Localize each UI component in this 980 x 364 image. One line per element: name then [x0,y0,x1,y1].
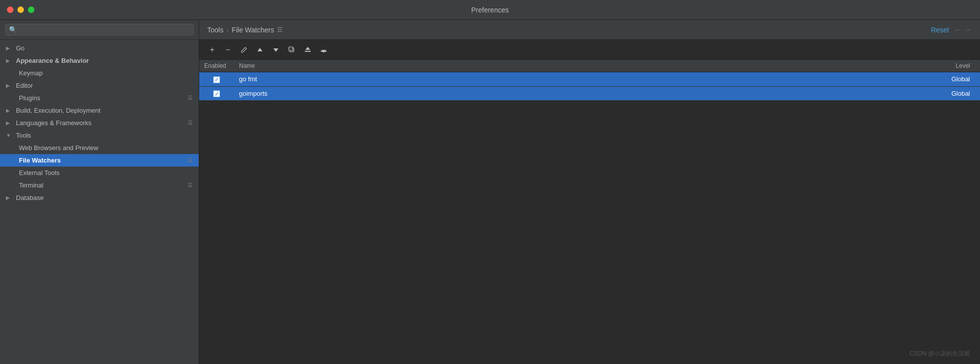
arrow-icon: ▶ [6,195,13,200]
plugins-badge: ☰ [188,95,193,101]
svg-marker-5 [305,47,310,50]
name-cell: goimports [234,86,631,101]
nav-arrows: ← → [954,25,972,34]
minimize-button[interactable] [17,6,24,13]
sidebar-item-languages[interactable]: ▶ Languages & Frameworks ☰ [0,117,199,129]
arrow-icon: ▼ [6,133,13,138]
import-button[interactable] [301,44,315,56]
export-button[interactable] [317,44,331,56]
search-icon: 🔍 [9,26,17,33]
sidebar-item-label: File Watchers [19,157,185,164]
sidebar-item-database[interactable]: ▶ Database [0,191,199,204]
copy-button[interactable] [285,44,299,56]
arrow-icon: ▶ [6,83,13,88]
sidebar-item-tools[interactable]: ▼ Tools [0,129,199,142]
window-controls [7,6,34,13]
sidebar-item-label: Database [16,194,193,201]
watchers-table: Enabled Name Level ✓go fmtGlobal✓goimpor… [199,60,980,101]
sidebar-item-label: Languages & Frameworks [16,119,185,127]
col-enabled: Enabled [199,60,234,72]
edit-button[interactable] [237,44,251,56]
enabled-checkbox[interactable]: ✓ [213,90,220,97]
file-watchers-badge: ☰ [188,157,193,164]
search-input-wrap[interactable]: 🔍 [5,24,194,35]
breadcrumb-part1: Tools [207,26,224,34]
search-input[interactable] [19,26,190,33]
svg-rect-3 [289,47,293,51]
sidebar-item-label: Editor [16,82,193,89]
breadcrumb: Tools › File Watchers ☰ [207,26,283,34]
forward-button[interactable]: → [964,25,972,34]
move-down-button[interactable] [269,44,283,56]
sidebar-item-label: Web Browsers and Preview [19,144,193,152]
col-name: Name [234,60,631,72]
svg-marker-0 [257,48,262,51]
watermark: CSDN @小柒的生活观 [909,350,970,358]
titlebar: Preferences [0,0,980,20]
sidebar: 🔍 ▶ Go ▶ Appearance & Behavior Keymap ▶ [0,20,199,364]
enabled-cell: ✓ [199,86,234,101]
sidebar-item-label: Plugins [19,94,185,102]
level-cell: Global [631,86,980,101]
sidebar-item-label: Keymap [19,69,193,77]
toolbar: + − [199,40,980,60]
back-button[interactable]: ← [954,25,962,34]
maximize-button[interactable] [28,6,34,13]
main-layout: 🔍 ▶ Go ▶ Appearance & Behavior Keymap ▶ [0,20,980,364]
enabled-checkbox[interactable]: ✓ [213,76,220,83]
table-wrap: Enabled Name Level ✓go fmtGlobal✓goimpor… [199,60,980,364]
remove-button[interactable]: − [221,44,235,56]
arrow-icon: ▶ [6,108,13,113]
nav-list: ▶ Go ▶ Appearance & Behavior Keymap ▶ Ed… [0,40,199,364]
svg-marker-1 [273,48,278,52]
arrow-icon: ▶ [6,120,13,126]
enabled-cell: ✓ [199,72,234,87]
col-level: Level [631,60,980,72]
level-cell: Global [631,72,980,87]
sidebar-item-external-tools[interactable]: External Tools [0,167,199,179]
move-up-button[interactable] [253,44,267,56]
name-cell: go fmt [234,72,631,87]
table-header-row: Enabled Name Level [199,60,980,72]
sidebar-item-appearance[interactable]: ▶ Appearance & Behavior [0,54,199,67]
arrow-icon: ▶ [6,45,13,51]
sidebar-item-editor[interactable]: ▶ Editor [0,79,199,92]
content-area: Tools › File Watchers ☰ Reset ← → + − [199,20,980,364]
sidebar-item-label: Tools [16,132,193,139]
sidebar-item-label: Appearance & Behavior [16,57,193,64]
search-bar: 🔍 [0,20,199,40]
sidebar-item-keymap[interactable]: Keymap [0,67,199,79]
sidebar-item-go[interactable]: ▶ Go [0,42,199,54]
breadcrumb-separator: › [227,26,229,34]
sidebar-item-file-watchers[interactable]: File Watchers ☰ [0,154,199,167]
reset-button[interactable]: Reset [931,26,949,34]
svg-rect-4 [305,51,311,52]
sidebar-item-label: Go [16,44,193,52]
close-button[interactable] [7,6,13,13]
terminal-badge: ☰ [188,182,193,188]
arrow-icon: ▶ [6,58,13,63]
add-button[interactable]: + [205,44,219,56]
header-right: Reset ← → [931,25,972,34]
breadcrumb-icon: ☰ [277,26,283,33]
breadcrumb-part2: File Watchers [232,26,274,34]
table-row[interactable]: ✓go fmtGlobal [199,72,980,87]
window-title: Preferences [471,6,508,14]
sidebar-item-web-browsers[interactable]: Web Browsers and Preview [0,142,199,154]
sidebar-item-terminal[interactable]: Terminal ☰ [0,179,199,191]
sidebar-item-build[interactable]: ▶ Build, Execution, Deployment [0,104,199,117]
sidebar-item-label: Terminal [19,182,185,189]
table-row[interactable]: ✓goimportsGlobal [199,86,980,101]
languages-badge: ☰ [188,120,193,126]
sidebar-item-plugins[interactable]: Plugins ☰ [0,92,199,104]
sidebar-item-label: External Tools [19,169,193,177]
content-header: Tools › File Watchers ☰ Reset ← → [199,20,980,40]
sidebar-item-label: Build, Execution, Deployment [16,107,193,114]
